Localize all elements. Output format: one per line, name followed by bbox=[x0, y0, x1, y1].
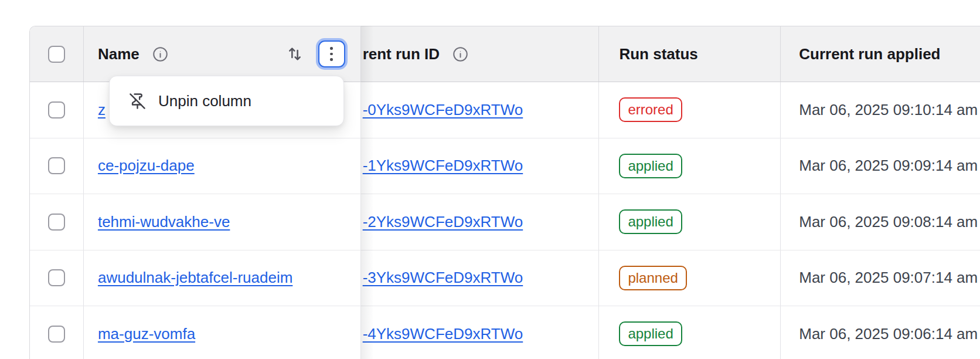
row-checkbox[interactable] bbox=[48, 326, 65, 343]
column-menu-dropdown: Unpin column bbox=[109, 76, 344, 126]
table-row: ma-guz-vomfa -4Yks9WCFeD9xRTWo applied M… bbox=[30, 306, 980, 359]
status-badge: applied bbox=[619, 321, 682, 346]
applied-timestamp: Mar 06, 2025 09:08:14 am bbox=[799, 213, 978, 231]
run-table-screen: Name bbox=[0, 0, 980, 359]
run-id-column-label: rent run ID bbox=[363, 45, 440, 63]
run-id-link[interactable]: -3Yks9WCFeD9xRTWo bbox=[363, 269, 523, 287]
status-badge: applied bbox=[619, 154, 682, 178]
name-link[interactable]: ma-guz-vomfa bbox=[98, 325, 195, 343]
status-badge: applied bbox=[619, 209, 682, 234]
info-icon[interactable] bbox=[452, 46, 468, 62]
sort-icon[interactable] bbox=[285, 45, 304, 63]
table-header-row: Name bbox=[30, 26, 980, 82]
run-id-link[interactable]: -2Yks9WCFeD9xRTWo bbox=[363, 213, 523, 231]
row-checkbox[interactable] bbox=[48, 101, 65, 118]
info-icon[interactable] bbox=[152, 46, 168, 62]
applied-timestamp: Mar 06, 2025 09:06:14 am bbox=[799, 325, 978, 343]
name-link[interactable]: z bbox=[98, 101, 106, 119]
row-checkbox[interactable] bbox=[48, 157, 65, 174]
column-menu-button[interactable] bbox=[318, 40, 345, 67]
applied-timestamp: Mar 06, 2025 09:10:14 am bbox=[799, 101, 978, 119]
name-link[interactable]: awudulnak-jebtafcel-ruadeim bbox=[98, 269, 292, 287]
name-column-label: Name bbox=[98, 45, 139, 63]
table-row: tehmi-wudvakhe-ve -2Yks9WCFeD9xRTWo appl… bbox=[30, 194, 980, 250]
header-name-cell: Name bbox=[84, 26, 361, 82]
pin-off-icon bbox=[129, 93, 146, 110]
run-id-link[interactable]: -1Yks9WCFeD9xRTWo bbox=[363, 157, 523, 175]
run-id-link[interactable]: -0Yks9WCFeD9xRTWo bbox=[363, 101, 523, 119]
unpin-column-label: Unpin column bbox=[158, 92, 251, 110]
status-badge: planned bbox=[619, 266, 686, 290]
row-checkbox[interactable] bbox=[48, 269, 65, 286]
name-link[interactable]: tehmi-wudvakhe-ve bbox=[98, 213, 230, 231]
kebab-icon bbox=[330, 47, 333, 61]
select-all-checkbox[interactable] bbox=[48, 46, 65, 63]
status-badge: errored bbox=[619, 97, 682, 122]
table-row: ce-pojzu-dape -1Yks9WCFeD9xRTWo applied … bbox=[30, 138, 980, 195]
run-status-column-label: Run status bbox=[619, 45, 697, 63]
name-link[interactable]: ce-pojzu-dape bbox=[98, 157, 195, 175]
current-run-applied-column-label: Current run applied bbox=[799, 45, 940, 63]
applied-timestamp: Mar 06, 2025 09:07:14 am bbox=[799, 269, 978, 287]
row-checkbox[interactable] bbox=[48, 214, 65, 231]
header-run-status-cell: Run status bbox=[599, 26, 781, 82]
header-select-cell bbox=[30, 26, 84, 82]
unpin-column-menu-item[interactable]: Unpin column bbox=[129, 92, 251, 110]
applied-timestamp: Mar 06, 2025 09:09:14 am bbox=[799, 157, 978, 175]
header-current-run-applied-cell: Current run applied bbox=[781, 26, 980, 82]
table-row: awudulnak-jebtafcel-ruadeim -3Yks9WCFeD9… bbox=[30, 250, 980, 307]
run-id-link[interactable]: -4Yks9WCFeD9xRTWo bbox=[363, 325, 523, 343]
header-run-id-cell: rent run ID bbox=[361, 26, 600, 82]
